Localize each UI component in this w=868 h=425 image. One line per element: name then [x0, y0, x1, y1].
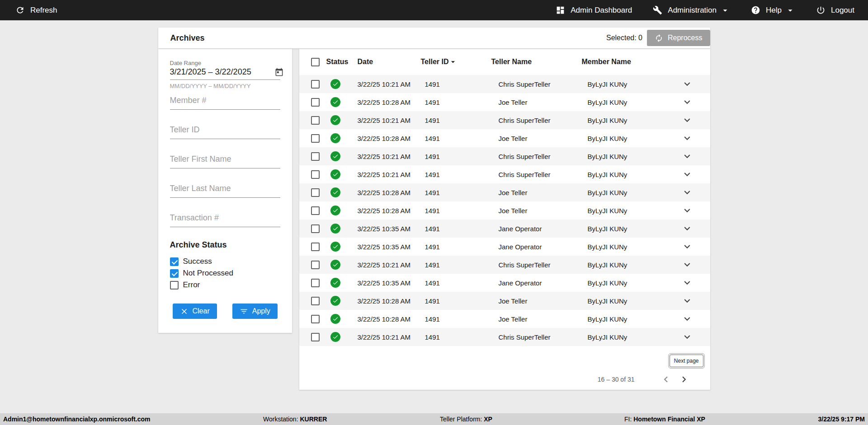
row-checkbox[interactable]: [311, 98, 320, 107]
expand-row-button[interactable]: [681, 114, 693, 126]
row-teller-name: Chris SuperTeller: [491, 147, 582, 165]
dashboard-icon: [556, 5, 565, 15]
row-checkbox[interactable]: [311, 297, 320, 305]
row-checkbox[interactable]: [311, 333, 320, 341]
row-checkbox[interactable]: [311, 116, 320, 125]
row-checkbox[interactable]: [311, 279, 320, 287]
clear-filters-button[interactable]: Clear: [173, 304, 217, 319]
success-checkbox[interactable]: [170, 257, 179, 266]
row-teller-id: 1491: [421, 292, 491, 310]
archives-header-bar: Archives Selected: 0 Reprocess: [158, 28, 710, 48]
row-member-name: ByLyJI KUNy: [582, 310, 681, 328]
teller-platform-info: Teller Platform: XP: [440, 413, 492, 425]
reprocess-button[interactable]: Reprocess: [647, 30, 710, 46]
table-row: 3/22/25 10:28 AM 1491 Joe Teller ByLyJI …: [299, 292, 710, 310]
teller-last-name-input[interactable]: [170, 184, 280, 198]
apply-filters-button[interactable]: Apply: [232, 304, 278, 319]
table-row: 3/22/25 10:21 AM 1491 Chris SuperTeller …: [299, 147, 710, 165]
row-teller-name: Joe Teller: [491, 292, 582, 310]
expand-row-button[interactable]: [681, 150, 693, 162]
next-page-chevron-button[interactable]: [678, 374, 690, 385]
column-header-teller-id[interactable]: Teller ID: [421, 49, 491, 75]
expand-row-button[interactable]: [681, 277, 693, 289]
status-success-icon: [330, 332, 340, 342]
topbar-right-group: Admin Dashboard Administration Help Logo…: [556, 5, 854, 15]
previous-page-chevron-button[interactable]: [660, 374, 672, 385]
table-body: 3/22/25 10:21 AM 1491 Chris SuperTeller …: [299, 75, 710, 346]
member-number-input[interactable]: [170, 96, 280, 110]
error-checkbox[interactable]: [170, 281, 179, 290]
row-checkbox[interactable]: [311, 152, 320, 161]
row-checkbox[interactable]: [311, 80, 320, 89]
row-teller-name: Joe Teller: [491, 201, 582, 220]
row-checkbox[interactable]: [311, 206, 320, 215]
row-checkbox[interactable]: [311, 170, 320, 179]
administration-label: Administration: [668, 6, 717, 15]
logout-label: Logout: [831, 6, 854, 15]
table-row: 3/22/25 10:28 AM 1491 Joe Teller ByLyJI …: [299, 310, 710, 328]
close-icon: [180, 307, 189, 316]
row-date: 3/22/25 10:28 AM: [358, 292, 421, 310]
row-date: 3/22/25 10:21 AM: [358, 165, 421, 183]
status-success-icon: [330, 169, 340, 179]
next-page-button[interactable]: Next page: [670, 355, 703, 367]
not-processed-checkbox[interactable]: [170, 269, 179, 278]
status-success-icon: [330, 260, 340, 270]
row-checkbox[interactable]: [311, 243, 320, 251]
expand-row-button[interactable]: [681, 259, 693, 271]
table-row: 3/22/25 10:21 AM 1491 Chris SuperTeller …: [299, 75, 710, 93]
expand-row-button[interactable]: [681, 187, 693, 198]
row-checkbox[interactable]: [311, 188, 320, 197]
expand-row-button[interactable]: [681, 295, 693, 307]
administration-menu-button[interactable]: Administration: [653, 5, 730, 15]
teller-id-input[interactable]: [170, 125, 280, 139]
admin-dashboard-button[interactable]: Admin Dashboard: [556, 5, 632, 15]
row-checkbox[interactable]: [311, 315, 320, 323]
row-checkbox[interactable]: [311, 224, 320, 233]
expand-row-button[interactable]: [681, 331, 693, 343]
row-date: 3/22/25 10:28 AM: [358, 129, 421, 147]
help-menu-button[interactable]: Help: [751, 5, 795, 15]
row-teller-name: Joe Teller: [491, 183, 582, 201]
transaction-number-input[interactable]: [170, 213, 280, 227]
row-checkbox[interactable]: [311, 261, 320, 269]
teller-first-name-input[interactable]: [170, 154, 280, 168]
column-header-teller-name: Teller Name: [491, 49, 582, 75]
financial-institution-info: FI: Hometown Financial XP: [624, 413, 705, 425]
expand-row-button[interactable]: [681, 313, 693, 325]
chevron-down-icon: [720, 5, 730, 15]
row-date: 3/22/25 10:28 AM: [358, 201, 421, 220]
row-date: 3/22/25 10:35 AM: [358, 220, 421, 238]
expand-row-button[interactable]: [681, 241, 693, 252]
expand-row-button[interactable]: [681, 205, 693, 216]
expand-row-button[interactable]: [681, 223, 693, 234]
refresh-button[interactable]: Refresh: [15, 5, 57, 15]
refresh-label: Refresh: [30, 6, 57, 15]
expand-row-button[interactable]: [681, 78, 693, 90]
row-member-name: ByLyJI KUNy: [582, 201, 681, 220]
row-teller-id: 1491: [421, 274, 491, 292]
table-row: 3/22/25 10:35 AM 1491 Jane Operator ByLy…: [299, 220, 710, 238]
row-member-name: ByLyJI KUNy: [582, 328, 681, 346]
current-datetime: 3/22/25 9:17 PM: [818, 413, 865, 425]
table-row: 3/22/25 10:21 AM 1491 Chris SuperTeller …: [299, 111, 710, 129]
status-option-success[interactable]: Success: [170, 257, 280, 266]
expand-row-button[interactable]: [681, 168, 693, 180]
table-row: 3/22/25 10:28 AM 1491 Joe Teller ByLyJI …: [299, 93, 710, 111]
expand-row-button[interactable]: [681, 132, 693, 144]
date-range-label: Date Range: [170, 60, 280, 66]
row-date: 3/22/25 10:35 AM: [358, 274, 421, 292]
status-option-not-processed[interactable]: Not Processed: [170, 269, 280, 278]
row-checkbox[interactable]: [311, 134, 320, 143]
row-teller-id: 1491: [421, 201, 491, 220]
expand-row-button[interactable]: [681, 96, 693, 108]
date-range-input[interactable]: [170, 67, 275, 77]
clear-button-label: Clear: [193, 307, 210, 315]
status-option-error[interactable]: Error: [170, 280, 280, 290]
select-all-checkbox[interactable]: [311, 58, 320, 66]
calendar-picker-button[interactable]: [275, 68, 283, 76]
reprocess-label: Reprocess: [668, 34, 702, 42]
chevron-down-icon: [681, 277, 693, 289]
logout-button[interactable]: Logout: [816, 5, 854, 15]
row-member-name: ByLyJI KUNy: [582, 274, 681, 292]
